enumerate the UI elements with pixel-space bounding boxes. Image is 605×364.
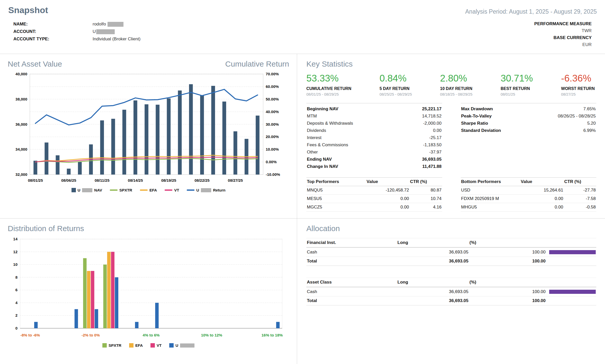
stat-row-value: 08/26/25 - 08/28/25 [558,114,596,119]
histogram-bar-u [276,322,280,328]
nav-bar [122,110,126,175]
nav-chart-legend: UNAVSPXTREFAVTUReturn [8,188,289,192]
performers-header: Bottom Performers [461,178,520,186]
bottom-performers-table: Bottom PerformersValueCTR (%)USD15,264.6… [461,177,597,212]
stat-row-label: Interest [307,135,322,140]
allocation-row: Cash36,693.05100.00 [306,248,596,257]
svg-text:32,000: 32,000 [15,172,27,177]
svg-text:50.00%: 50.00% [266,97,279,101]
svg-text:10.00%: 10.00% [266,147,279,151]
redaction-box [96,29,115,34]
svg-text:6: 6 [15,288,17,292]
performers-cell: MGCZ5 [306,203,366,212]
performers-cell: 4.16 [410,203,442,212]
redaction-box [108,22,123,27]
stat-row: Max Drawdown7.65% [461,105,597,113]
stat-row: MTM14,718.52 [306,113,442,120]
legend-swatch-spxtr [102,343,107,348]
histogram-bar-efa [107,252,111,328]
key-statistics-details: Beginning NAV25,221.17MTM14,718.52Deposi… [306,103,596,170]
stat-row: Deposits & Withdrawals-2,000.00 [306,120,442,127]
stat-period: 08/18/25 - 08/29/25 [440,92,473,96]
histogram-bar-vt [91,271,94,328]
legend-item: SPXTR [110,188,132,192]
histogram-bar-efa [87,271,91,328]
stat-row-value: 6.99% [583,128,596,133]
legend-label: U [175,343,178,348]
allocation-total-long: 36,693.05 [397,257,469,266]
performers-cell: 0.00 [520,195,564,203]
legend-label: EFA [135,343,143,348]
performers-row: USD15,264.61-27.78 [461,186,597,195]
analysis-period: Analysis Period: August 1, 2025 - August… [465,8,597,15]
svg-text:08/14/25: 08/14/25 [128,178,143,183]
allocation-header: Long [397,238,469,248]
allocation-bar-cell [546,287,596,296]
stat-value: -6.36% [561,73,595,84]
performers-cell: 15,264.61 [520,186,564,195]
performers-cell: 10.74 [410,195,442,203]
stat-row-value: 5.20 [587,121,596,126]
nav-bar [145,104,148,175]
allocation-total-row: Total36,693.05100.00 [306,296,596,305]
base-currency-label: BASE CURRENCY [534,34,592,41]
allocation-table: Financial Inst.Long(%)Cash36,693.05100.0… [306,238,596,266]
histogram-bar-u [34,322,38,328]
stat-row: Beginning NAV25,221.17 [306,105,442,113]
allocation-header: (%) [469,238,546,248]
account-label: ACCOUNT: [13,28,93,35]
stat-row-value: -2,000.00 [423,121,442,126]
performers-cell: 0.00 [520,203,564,212]
histogram-bar-spxtr [83,258,87,328]
legend-swatch-efa [129,343,134,348]
stat-label: 10 DAY RETURN [440,86,473,91]
svg-text:0.00%: 0.00% [266,160,277,164]
stat-row-value: -37.97 [429,150,441,155]
stat-period: 08/25/25 - 08/29/25 [379,92,412,96]
svg-text:38,000: 38,000 [15,97,27,101]
stat-row-value: 11,471.88 [422,164,442,169]
nav-bar [222,102,226,175]
stat-value: 0.84% [379,73,412,84]
account-text: U [93,29,96,34]
key-statistics-highlights: 53.33%CUMULATIVE RETURN08/01/25 - 08/29/… [306,73,596,96]
nav-details-table: Beginning NAV25,221.17MTM14,718.52Deposi… [306,103,442,170]
legend-label: U [78,188,81,192]
nav-bar [234,131,237,175]
distribution-legend: SPXTREFAVTU [8,343,289,348]
stat-row-label: Other [307,150,318,155]
stat-label: BEST RETURN [501,86,533,91]
legend-item: VT [150,343,162,348]
performers-cell: USD [461,186,520,195]
nav-bar [156,105,159,175]
nav-bar [211,86,215,175]
stat-row-value: 7.65% [583,106,596,112]
stat-row-label: Dividends [307,128,326,133]
performance-measure-value: TWR [534,27,592,34]
legend-item: SPXTR [102,343,121,348]
svg-text:34,000: 34,000 [15,147,27,151]
account-info-left: NAME: rodolfo ACCOUNT: U ACCOUNT TYPE: I… [13,20,140,48]
svg-text:40,000: 40,000 [15,72,27,76]
performers-cell: 0.00 [366,203,410,212]
name-value: rodolfo [93,20,140,28]
stat-row-value: -1,183.50 [423,142,442,148]
performers-row: MHGU50.00-0.58 [461,203,597,212]
stat-row-label: Change In NAV [307,164,338,169]
stat-row: Change In NAV11,471.88 [306,163,442,170]
stat-row-label: Max Drawdown [461,106,493,112]
nav-bar [178,90,182,175]
allocation-bar-header [546,278,596,287]
stat-row-label: Peak-To-Valley [461,114,492,119]
stat-value: 2.80% [440,73,473,84]
legend-swatch-u [187,189,194,191]
svg-text:08/19/25: 08/19/25 [161,178,176,183]
svg-text:4% to 6%: 4% to 6% [143,333,160,337]
performers-header: Top Performers [306,178,366,186]
allocation-header: (%) [469,278,546,287]
performers-cell: 80.87 [410,186,442,195]
performers-cell: MESU5 [306,195,366,203]
allocation-title: Allocation [306,224,596,233]
stat-row-value: 36,693.05 [422,157,442,162]
legend-label: SPXTR [119,188,132,192]
